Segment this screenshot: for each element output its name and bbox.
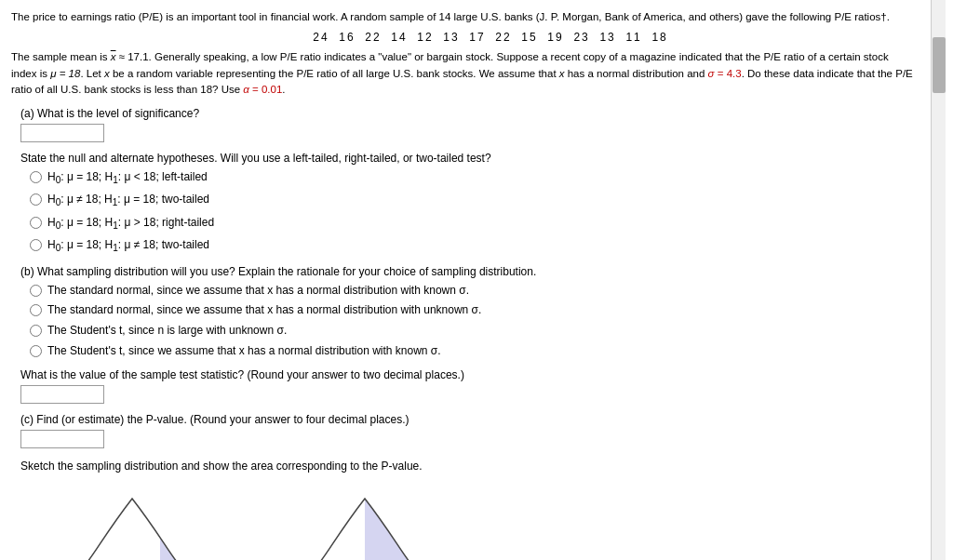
hypothesis-option-3[interactable]: H0: μ = 18; H1: μ > 18; right-tailed	[30, 215, 914, 233]
right-curve-svg	[262, 480, 467, 560]
part-a-section: (a) What is the level of significance?	[20, 107, 914, 142]
sampling-radio-2[interactable]	[30, 304, 42, 316]
hypothesis-option-4[interactable]: H0: μ = 18; H1: μ ≠ 18; two-tailed	[30, 237, 914, 255]
svg-rect-0	[160, 480, 235, 560]
part-c-label: (c) Find (or estimate) the P-value. (Rou…	[20, 413, 914, 426]
hypothesis-radio-3[interactable]	[30, 217, 42, 229]
sample-stat-label: What is the value of the sample test sta…	[20, 368, 914, 381]
sampling-radio-3[interactable]	[30, 325, 42, 337]
intro-paragraph-2: The sample mean is x ≈ 17.1. Generally s…	[11, 49, 914, 98]
sampling-radio-4[interactable]	[30, 345, 42, 357]
part-a-label: (a) What is the level of significance?	[20, 107, 914, 120]
data-row: 24 16 22 14 12 13 17 22 15 19 23 13 11 1…	[67, 31, 914, 44]
hypothesis-label: State the null and alternate hypotheses.…	[20, 152, 914, 165]
part-b-option-3[interactable]: The Student's t, since n is large with u…	[30, 323, 914, 339]
intro-paragraph-1: The price to earnings ratio (P/E) is an …	[11, 9, 914, 25]
sampling-label-3: The Student's t, since n is large with u…	[47, 323, 287, 339]
sampling-label-2: The standard normal, since we assume tha…	[47, 302, 481, 318]
part-b-option-4[interactable]: The Student's t, since we assume that x …	[30, 343, 914, 359]
left-curve	[30, 480, 235, 560]
right-curve-wrapper: -3 -2 -1 0 1 2 3	[262, 480, 467, 560]
hypothesis-label-4: H0: μ = 18; H1: μ ≠ 18; two-tailed	[47, 237, 209, 255]
left-curve-svg	[30, 480, 235, 560]
scrollbar-thumb[interactable]	[933, 37, 946, 93]
curves-container: -3 -2 -1 0 1 2 3	[30, 480, 914, 560]
hypothesis-radio-2[interactable]	[30, 193, 42, 206]
sample-stat-section: What is the value of the sample test sta…	[20, 368, 914, 404]
sample-stat-input[interactable]	[20, 385, 104, 404]
right-curve	[262, 480, 467, 560]
left-curve-wrapper: -3 -2 -1 0 1 2 3	[30, 480, 235, 560]
hypothesis-label-1: H0: μ = 18; H1: μ < 18; left-tailed	[47, 169, 208, 187]
hypothesis-label-2: H0: μ ≠ 18; H1: μ = 18; two-tailed	[47, 192, 209, 209]
part-c-input[interactable]	[20, 430, 104, 448]
hypothesis-section: State the null and alternate hypotheses.…	[20, 152, 914, 256]
part-b-label: (b) What sampling distribution will you …	[20, 265, 914, 278]
hypothesis-option-2[interactable]: H0: μ ≠ 18; H1: μ = 18; two-tailed	[30, 192, 914, 209]
part-c-section: (c) Find (or estimate) the P-value. (Rou…	[20, 413, 914, 448]
left-chart-curve	[30, 499, 235, 560]
scrollbar[interactable]	[931, 0, 946, 560]
part-b-option-1[interactable]: The standard normal, since we assume tha…	[30, 283, 914, 299]
sampling-radio-1[interactable]	[30, 285, 42, 297]
part-b-section: (b) What sampling distribution will you …	[20, 265, 914, 359]
sketch-section: Sketch the sampling distribution and sho…	[20, 460, 914, 560]
part-b-option-2[interactable]: The standard normal, since we assume tha…	[30, 302, 914, 318]
hypothesis-label-3: H0: μ = 18; H1: μ > 18; right-tailed	[47, 215, 214, 233]
sampling-label-4: The Student's t, since we assume that x …	[47, 343, 441, 359]
part-a-input[interactable]	[20, 124, 104, 142]
sampling-label-1: The standard normal, since we assume tha…	[47, 283, 469, 299]
hypothesis-radio-4[interactable]	[30, 239, 42, 251]
hypothesis-radio-1[interactable]	[30, 171, 42, 183]
left-chart-shade	[30, 499, 235, 560]
hypothesis-option-1[interactable]: H0: μ = 18; H1: μ < 18; left-tailed	[30, 169, 914, 187]
right-chart-shade	[262, 499, 467, 560]
sketch-label: Sketch the sampling distribution and sho…	[20, 460, 914, 473]
